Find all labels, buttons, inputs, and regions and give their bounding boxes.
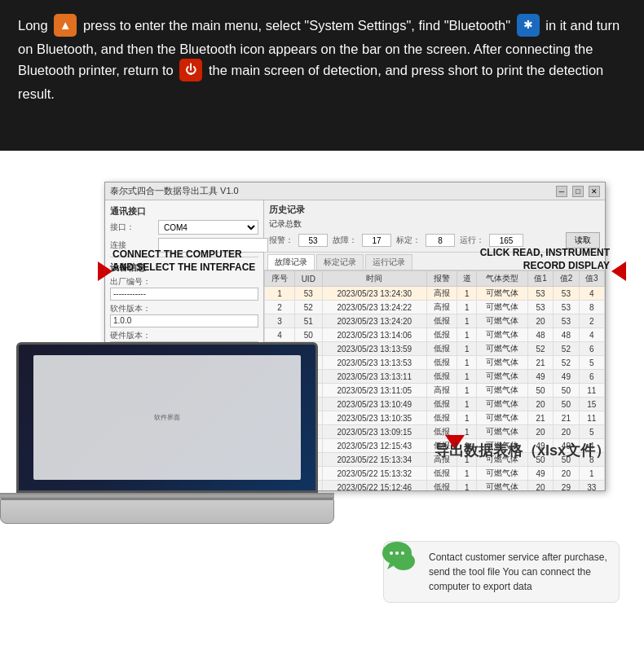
table-cell: 2023/05/22 15:13:34 [322, 453, 427, 467]
table-cell: 21 [554, 411, 579, 425]
factory-label: 出厂编号： [110, 276, 258, 288]
minimize-button[interactable]: ─ [556, 186, 567, 197]
table-cell: 21 [527, 411, 553, 425]
table-cell: 1 [457, 287, 477, 301]
col-header-channel: 道 [457, 271, 477, 287]
col-header-uid: UID [295, 271, 322, 287]
tab-fault[interactable]: 故障记录 [267, 254, 315, 270]
table-cell: 可燃气体 [477, 356, 528, 370]
port-select[interactable]: COM4 [158, 220, 258, 235]
alarm-label: 报警： [269, 235, 293, 246]
top-description: Long ▲ press to enter the main menu, sel… [18, 15, 626, 104]
connect-arrow [98, 261, 112, 281]
table-row: 1532023/05/23 13:24:30高报1可燃气体53534 [265, 287, 605, 301]
close-button[interactable]: ✕ [589, 186, 600, 197]
fault-label: 故障： [333, 235, 357, 246]
laptop-screen: 软件界面 [16, 342, 318, 493]
table-cell: 48 [527, 328, 553, 342]
laptop-mini-screenshot: 软件界面 [33, 355, 301, 479]
table-cell: 4 [265, 328, 295, 342]
bottom-section: 泰尔式四合一数据导出工具 V1.0 ─ □ ✕ 通讯接口 接口： COM4 连接 [0, 151, 644, 668]
run-label: 运行： [460, 235, 484, 246]
table-cell: 2023/05/23 12:15:43 [322, 439, 427, 453]
table-cell: 52 [527, 342, 553, 356]
laptop-illustration: 软件界面 [0, 342, 334, 530]
table-cell: 49 [527, 467, 553, 481]
read-button[interactable]: 读取 [566, 232, 600, 248]
table-cell: 15 [579, 398, 604, 411]
table-cell: 1 [457, 356, 477, 370]
window-controls: ─ □ ✕ [556, 186, 600, 197]
factory-row: 出厂编号： ------------ [110, 276, 258, 301]
table-cell: 53 [554, 287, 579, 301]
table-cell: 53 [527, 301, 553, 314]
table-cell: 20 [527, 481, 553, 491]
table-cell: 高报 [427, 384, 457, 398]
table-cell: 11 [579, 411, 604, 425]
hardware-ver-label: 硬件版本： [110, 330, 258, 341]
laptop-hinge [0, 493, 334, 499]
table-cell: 4 [579, 287, 604, 301]
svg-point-1 [392, 552, 415, 570]
table-cell: 5 [579, 356, 604, 370]
table-cell: 8 [579, 301, 604, 314]
long-press-icon: ▲ [54, 14, 77, 37]
col-header-time: 时间 [322, 271, 427, 287]
chat-text: Contact customer service after purchase,… [429, 550, 609, 594]
alarm-count [298, 234, 328, 247]
table-cell: 低报 [427, 342, 457, 356]
tab-run[interactable]: 运行记录 [365, 254, 412, 270]
laptop-screen-inner: 软件界面 [19, 345, 315, 490]
table-cell: 52 [554, 356, 579, 370]
table-cell: 1 [457, 481, 477, 491]
col-header-alarm-type: 报警 [427, 271, 457, 287]
table-cell: 21 [527, 356, 553, 370]
run-count [489, 234, 523, 247]
laptop-bottom [0, 499, 334, 524]
col-header-val3: 值3 [579, 271, 604, 287]
table-cell: 52 [295, 301, 322, 314]
table-cell: 1 [457, 314, 477, 328]
table-cell: 可燃气体 [477, 384, 528, 398]
table-cell: 可燃气体 [477, 314, 528, 328]
svg-point-3 [390, 552, 393, 555]
col-header-gas-type: 气体类型 [477, 271, 528, 287]
table-cell: 2023/05/22 15:13:32 [322, 467, 427, 481]
table-cell: 2023/05/23 13:24:20 [322, 314, 427, 328]
maximize-button[interactable]: □ [572, 186, 584, 197]
table-cell: 2023/05/23 13:14:06 [322, 328, 427, 342]
table-cell: 52 [554, 342, 579, 356]
table-cell: 1 [457, 384, 477, 398]
table-cell: 3 [265, 314, 295, 328]
table-cell: 可燃气体 [477, 342, 528, 356]
calibrate-label: 标定： [396, 235, 421, 246]
table-cell: 2023/05/23 13:11:05 [322, 384, 427, 398]
table-cell: 51 [295, 314, 322, 328]
table-cell: 20 [554, 467, 579, 481]
factory-value: ------------ [110, 288, 258, 301]
port-row: 接口： COM4 [110, 220, 258, 235]
history-header: 历史记录 记录总数 报警： 故障： 标定： 运行： 读取 [264, 200, 605, 253]
port-label: 接口： [110, 222, 155, 233]
table-cell: 49 [554, 370, 579, 384]
table-cell: 48 [554, 328, 579, 342]
fault-count [362, 234, 391, 247]
software-ver-label: 软件版本： [110, 303, 258, 314]
table-cell: 2023/05/23 13:09:15 [322, 425, 427, 439]
table-cell: 29 [554, 481, 579, 491]
col-header-val1: 值1 [527, 271, 553, 287]
table-cell: 低报 [427, 328, 457, 342]
table-cell: 1 [457, 398, 477, 411]
connect-annotation: CONNECT THE COMPUTERAND SELECT THE INTER… [112, 248, 255, 274]
table-cell: 1 [457, 411, 477, 425]
table-cell: 可燃气体 [477, 287, 528, 301]
table-cell: 2 [579, 314, 604, 328]
table-cell: 11 [579, 384, 604, 398]
calibrate-count [426, 234, 455, 247]
text-long: Long [18, 18, 51, 33]
chat-icon [379, 537, 420, 578]
tab-calibrate[interactable]: 标定记录 [316, 254, 364, 270]
export-label: 导出数据表格（xlsx文件） [434, 441, 610, 460]
table-cell: 20 [527, 425, 553, 439]
window-title: 泰尔式四合一数据导出工具 V1.0 [110, 185, 239, 197]
